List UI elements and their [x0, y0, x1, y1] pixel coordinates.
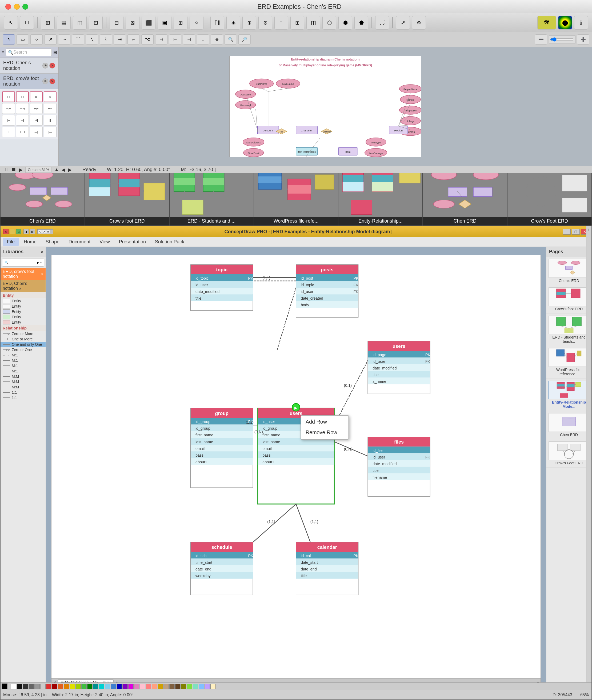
shape-crow-7[interactable]: ⊣|	[30, 115, 43, 125]
palette-orange-2[interactable]	[64, 684, 69, 689]
menu-presentation[interactable]: Presentation	[115, 238, 150, 246]
palette-light-blue[interactable]	[105, 684, 110, 689]
toolbar-icon-info[interactable]: ℹ	[574, 16, 588, 30]
menu-solution-pack[interactable]: Solution Pack	[151, 238, 189, 246]
palette-blue[interactable]	[111, 684, 116, 689]
thumbnail-chen-erd[interactable]: Chen ERD	[423, 173, 507, 225]
lib-entity-1[interactable]: Entity	[1, 298, 46, 304]
palette-pink[interactable]	[134, 684, 140, 689]
lib-mm-3[interactable]: M:M	[1, 384, 46, 390]
palette-purple[interactable]	[122, 684, 128, 689]
palette-teal[interactable]	[93, 684, 98, 689]
win-nav-right-btn[interactable]: ▶	[30, 229, 35, 234]
toolbar-icon-10[interactable]: ○	[190, 16, 203, 30]
toolbar-icon-zoom-fit[interactable]: ⛶	[375, 16, 389, 30]
toolbar-icon-14[interactable]: ⊗	[258, 16, 272, 30]
search-go-icon[interactable]: ▶	[37, 261, 39, 264]
tool-connector[interactable]: ⇥	[113, 35, 126, 45]
win-maximize-btn[interactable]: □	[16, 229, 21, 234]
lib-entity-4[interactable]: Entity	[1, 314, 46, 320]
win-ctrl-max[interactable]: □	[572, 229, 580, 234]
lib-rel-one-more[interactable]: One or More	[1, 336, 46, 342]
palette-olive[interactable]	[181, 684, 186, 689]
thumbnail-entity-rel[interactable]: Entity-Relationship...	[338, 173, 423, 225]
pause-btn[interactable]: ⏸	[4, 167, 9, 172]
play-btn[interactable]: ▶	[19, 167, 23, 173]
palette-silver[interactable]	[40, 684, 46, 689]
sidebar-filter-icon[interactable]: ⊞	[53, 50, 57, 55]
menu-shape[interactable]: Shape	[41, 238, 64, 246]
tool-bezier[interactable]: ⌒	[72, 35, 84, 45]
palette-lime[interactable]	[187, 684, 192, 689]
win-strip-btn-3[interactable]: ✕	[46, 230, 50, 234]
page-thumb-crows-foot-erd[interactable]: Crow's Foot ERD	[546, 439, 591, 468]
win-nav-left-btn[interactable]: ◀	[23, 229, 29, 234]
toolbar-icon-7[interactable]: ⬛	[142, 16, 155, 30]
toolbar-icon-11[interactable]: ⟦⟧	[210, 16, 224, 30]
page-thumb-chen-erd[interactable]: Chen ERD	[546, 411, 591, 439]
win-ctrl-min[interactable]: ─	[563, 229, 571, 234]
lib-rel-zero-one[interactable]: Zero or One	[1, 347, 46, 353]
page-thumb-chen[interactable]: Chen's ERD	[546, 257, 591, 285]
palette-sky[interactable]	[199, 684, 204, 689]
thumbnail-crows-foot[interactable]: Crow's foot ERD	[85, 173, 169, 225]
toolbar-icon-map[interactable]: 🗺	[537, 16, 556, 30]
shape-crow-8[interactable]: ||	[44, 115, 56, 125]
toolbar-icon-pointer[interactable]: ↖	[4, 16, 18, 30]
shape-entity-2[interactable]: □	[16, 92, 29, 102]
palette-gray[interactable]	[29, 684, 34, 689]
shape-entity-4[interactable]: ⊡	[44, 92, 56, 102]
win-strip-btn-1[interactable]: ↖	[38, 230, 42, 234]
shape-crow-9[interactable]: ⊣⊢	[2, 127, 15, 137]
win-minimize-btn[interactable]: ─	[10, 229, 15, 234]
shape-crow-12[interactable]: |—	[44, 127, 56, 137]
toolbar-icon-color[interactable]: ⬤	[558, 16, 572, 30]
page-thumb-entity-rel[interactable]: Entity-Relationship Mode...	[546, 379, 591, 411]
palette-rose[interactable]	[146, 684, 151, 689]
shape-entity-3[interactable]: ▤	[30, 92, 43, 102]
lib-rel-zero-more[interactable]: Zero or More	[1, 331, 46, 336]
tool-elbow[interactable]: ⌐	[128, 35, 140, 45]
shape-entity-1[interactable]: □	[2, 92, 15, 102]
page-thumb-wordpress[interactable]: WordPress file-reference...	[546, 346, 591, 379]
toolbar-icon-rect[interactable]: □	[20, 16, 34, 30]
lib-m1-2[interactable]: M:1	[1, 358, 46, 363]
sidebar-search-field[interactable]: 🔍 Search	[6, 49, 52, 56]
toolbar-icon-20[interactable]: ⬟	[354, 16, 368, 30]
tool-rect[interactable]: ▭	[16, 35, 29, 45]
tool-oval[interactable]: ○	[31, 35, 43, 45]
lib-rel-one-only[interactable]: One and only One	[1, 342, 46, 347]
expand-icon[interactable]: ▲	[54, 167, 59, 172]
lib-mm-1[interactable]: M:M	[1, 374, 46, 379]
lib-group-chen-close[interactable]: ✕	[19, 287, 21, 290]
win-close-btn[interactable]: ✕	[3, 229, 8, 234]
lib-group-chen[interactable]: ERD, Chen's notation ✕	[1, 280, 46, 292]
tool-connect[interactable]: ⤳	[58, 35, 70, 45]
minimize-button[interactable]	[14, 4, 20, 10]
sidebar-group-chen-close[interactable]: ✕	[49, 63, 55, 68]
palette-light-gray[interactable]	[35, 684, 40, 689]
sidebar-group-chen[interactable]: ERD, Chen's notation 👁 ✕	[0, 58, 58, 73]
quality-select[interactable]: Custom 31%	[25, 167, 51, 173]
tool-10[interactable]: ⊕	[211, 35, 223, 45]
tool-line[interactable]: ╲	[86, 35, 98, 45]
close-button[interactable]	[5, 4, 11, 10]
toolbar-icon-15[interactable]: ⟥	[275, 16, 288, 30]
palette-yellow-green[interactable]	[76, 684, 81, 689]
palette-peach[interactable]	[152, 684, 157, 689]
stop-btn[interactable]: ⏹	[11, 167, 16, 172]
toolbar-icon-5[interactable]: ⊟	[110, 16, 124, 30]
lib-m1-1[interactable]: M1 M:1	[1, 353, 46, 358]
tool-zoom-minus[interactable]: ➖	[535, 35, 547, 45]
toolbar-icon-3[interactable]: ◫	[73, 16, 87, 30]
toolbar-icon-9[interactable]: ⊞	[174, 16, 188, 30]
toolbar-icon-share[interactable]: ⤢	[396, 16, 410, 30]
toolbar-icon-6[interactable]: ⊠	[126, 16, 140, 30]
shape-crow-6[interactable]: ⊣|	[16, 115, 29, 125]
menu-document[interactable]: Document	[64, 238, 95, 246]
toolbar-icon-grid[interactable]: ⊞	[41, 16, 55, 30]
toolbar-icon-17[interactable]: ◫	[306, 16, 320, 30]
win-library-search[interactable]: 🔍 ▶ ≡	[2, 259, 44, 267]
palette-dark-red[interactable]	[52, 684, 57, 689]
toolbar-icon-18[interactable]: ⬡	[323, 16, 336, 30]
